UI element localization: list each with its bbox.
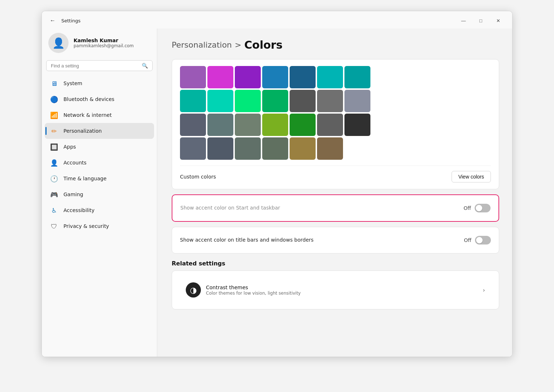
color-grid-card: Custom colors View colors [172, 59, 499, 189]
sidebar-label-gaming: Gaming [63, 191, 83, 197]
sidebar-item-accessibility[interactable]: ♿ Accessibility [45, 202, 154, 218]
custom-colors-row: Custom colors View colors [180, 166, 491, 182]
color-swatch[interactable] [207, 90, 233, 112]
color-swatch[interactable] [180, 66, 206, 88]
titlebar-controls: — □ ✕ [455, 15, 506, 26]
accent-start-label: Show accent color on Start and taskbar [180, 204, 280, 212]
contrast-themes-item[interactable]: ◑ Contrast themes Color themes for low v… [180, 277, 491, 303]
page-header: Personalization > Colors [172, 39, 499, 51]
content-area: 👤 Kamlesh Kumar pammikamlesh@gmail.com 🔍… [42, 28, 512, 357]
custom-colors-label: Custom colors [180, 174, 216, 180]
color-swatch[interactable] [207, 114, 233, 136]
gaming-icon: 🎮 [50, 190, 58, 199]
color-swatch[interactable] [235, 137, 261, 160]
color-grid [180, 66, 491, 160]
color-swatch[interactable] [317, 137, 343, 160]
accent-title-toggle[interactable] [475, 236, 491, 245]
color-swatch[interactable] [290, 114, 316, 136]
view-colors-button[interactable]: View colors [452, 171, 491, 182]
user-profile: 👤 Kamlesh Kumar pammikamlesh@gmail.com [45, 28, 154, 59]
sidebar-item-bluetooth[interactable]: 🔵 Bluetooth & devices [45, 91, 154, 107]
user-icon: 👤 [52, 37, 65, 49]
sidebar: 👤 Kamlesh Kumar pammikamlesh@gmail.com 🔍… [42, 28, 157, 357]
sidebar-item-privacy[interactable]: 🛡 Privacy & security [45, 218, 154, 234]
sidebar-label-time: Time & language [63, 176, 106, 181]
color-swatch[interactable] [180, 114, 206, 136]
color-swatch[interactable] [262, 114, 288, 136]
sidebar-label-bluetooth: Bluetooth & devices [63, 96, 114, 102]
minimize-button[interactable]: — [455, 15, 472, 26]
sidebar-item-network[interactable]: 📶 Network & internet [45, 107, 154, 123]
color-swatch[interactable] [262, 66, 288, 88]
color-swatch[interactable] [235, 66, 261, 88]
accent-start-card: Show accent color on Start and taskbar O… [172, 194, 499, 222]
apps-icon: 🔲 [50, 142, 58, 151]
color-swatch[interactable] [344, 137, 370, 160]
contrast-themes-left: ◑ Contrast themes Color themes for low v… [186, 282, 301, 298]
titlebar: ← Settings — □ ✕ [42, 11, 512, 28]
bluetooth-icon: 🔵 [50, 95, 58, 103]
accent-title-label: Show accent color on title bars and wind… [180, 237, 313, 244]
color-swatch[interactable] [344, 66, 370, 88]
color-swatch[interactable] [180, 137, 206, 160]
main-panel: Personalization > Colors Custom colors V… [157, 28, 512, 357]
color-swatch[interactable] [262, 90, 288, 112]
sidebar-label-network: Network & internet [63, 112, 112, 118]
contrast-icon-glyph: ◑ [190, 286, 197, 295]
sidebar-label-accounts: Accounts [63, 160, 87, 166]
accent-title-status: Off [464, 237, 471, 243]
color-swatch[interactable] [317, 66, 343, 88]
sidebar-label-privacy: Privacy & security [63, 223, 109, 229]
color-swatch[interactable] [344, 114, 370, 136]
color-swatch[interactable] [262, 137, 288, 160]
personalization-icon: ✏️ [50, 127, 58, 135]
color-swatch[interactable] [317, 114, 343, 136]
color-swatch[interactable] [235, 114, 261, 136]
contrast-themes-title: Contrast themes [206, 285, 301, 290]
contrast-themes-icon: ◑ [186, 282, 201, 298]
color-swatch[interactable] [290, 90, 316, 112]
accent-title-toggle-right: Off [464, 236, 491, 245]
breadcrumb-separator: > [235, 40, 241, 49]
color-swatch[interactable] [344, 90, 370, 112]
accent-start-toggle[interactable] [475, 204, 491, 212]
close-button[interactable]: ✕ [490, 15, 506, 26]
accent-start-toggle-right: Off [463, 204, 491, 212]
color-swatch[interactable] [317, 90, 343, 112]
color-swatch[interactable] [290, 137, 316, 160]
window-title: Settings [61, 18, 80, 23]
accessibility-icon: ♿ [50, 206, 58, 215]
time-icon: 🕐 [50, 174, 58, 183]
breadcrumb: Personalization [172, 40, 232, 49]
sidebar-item-apps[interactable]: 🔲 Apps [45, 139, 154, 155]
color-swatch[interactable] [180, 90, 206, 112]
sidebar-item-accounts[interactable]: 👤 Accounts [45, 155, 154, 171]
search-box[interactable]: 🔍 [46, 60, 153, 71]
settings-window: ← Settings — □ ✕ 👤 Kamlesh Kumar pammika… [41, 11, 513, 357]
accounts-icon: 👤 [50, 158, 58, 167]
accent-title-card: Show accent color on title bars and wind… [172, 227, 499, 254]
color-swatch[interactable] [290, 66, 316, 88]
related-settings-title: Related settings [172, 260, 499, 267]
page-title: Colors [244, 39, 282, 51]
accent-title-knob [476, 237, 483, 243]
accent-start-knob [476, 205, 482, 211]
chevron-right-icon: › [483, 287, 485, 294]
sidebar-item-time[interactable]: 🕐 Time & language [45, 171, 154, 186]
color-swatch[interactable] [235, 90, 261, 112]
sidebar-item-personalization[interactable]: ✏️ Personalization [45, 123, 154, 139]
sidebar-item-system[interactable]: 🖥 System [45, 75, 154, 91]
titlebar-left: ← Settings [48, 16, 80, 26]
network-icon: 📶 [50, 111, 58, 119]
color-swatch[interactable] [207, 66, 233, 88]
sidebar-label-accessibility: Accessibility [63, 207, 94, 213]
color-swatch[interactable] [207, 137, 233, 160]
back-button[interactable]: ← [48, 16, 58, 26]
sidebar-item-gaming[interactable]: 🎮 Gaming [45, 186, 154, 202]
search-icon: 🔍 [142, 63, 148, 69]
avatar: 👤 [48, 33, 69, 53]
sidebar-label-apps: Apps [63, 144, 76, 150]
search-input[interactable] [51, 63, 139, 69]
maximize-button[interactable]: □ [472, 15, 489, 26]
related-settings-card: ◑ Contrast themes Color themes for low v… [172, 270, 499, 309]
